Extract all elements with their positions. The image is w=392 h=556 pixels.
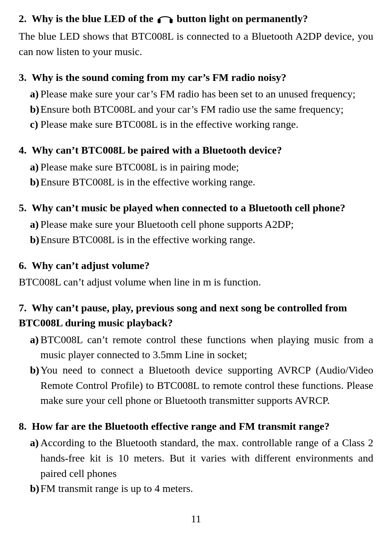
list-item: b)Ensure both BTC008L and your car’s FM …: [30, 102, 373, 117]
section-section5: 5. Why can’t music be played when connec…: [19, 200, 373, 248]
list-label: b): [30, 481, 40, 496]
list-label: b): [30, 175, 40, 190]
heading-text-section8: 8. How far are the Bluetooth effective r…: [19, 419, 329, 434]
list-label: b): [30, 102, 40, 117]
body-text-section6: BTC008L can’t adjust volume when line in…: [19, 275, 373, 290]
list-label: a): [30, 160, 40, 175]
section-heading-section5: 5. Why can’t music be played when connec…: [19, 200, 373, 216]
list-label: b): [30, 363, 40, 408]
list-item: c)Please make sure BTC008L is in the eff…: [30, 117, 373, 132]
list-label: a): [30, 332, 40, 363]
list-content: Ensure both BTC008L and your car’s FM ra…: [40, 102, 373, 117]
section-heading-section4: 4. Why can’t BTC008L be paired with a Bl…: [19, 143, 373, 158]
heading-text-section2: 2. Why is the blue LED of the button lig…: [19, 11, 308, 27]
list-item: b)FM transmit range is up to 4 meters.: [30, 481, 373, 496]
list-content: Ensure BTC008L is in the effective worki…: [40, 175, 373, 190]
body-text-section2: The blue LED shows that BTC008L is conne…: [19, 29, 373, 59]
page-number: 11: [19, 511, 373, 527]
section-section6: 6. Why can’t adjust volume?BTC008L can’t…: [19, 258, 373, 290]
section-heading-section3: 3. Why is the sound coming from my car’s…: [19, 70, 373, 85]
list-label: a): [30, 217, 40, 232]
list-content: Please make sure BTC008L is in pairing m…: [40, 160, 373, 175]
svg-rect-1: [170, 19, 173, 23]
heading-text-section4: 4. Why can’t BTC008L be paired with a Bl…: [19, 143, 282, 158]
section-section3: 3. Why is the sound coming from my car’s…: [19, 70, 373, 132]
list-label: a): [30, 435, 40, 481]
list-content: FM transmit range is up to 4 meters.: [40, 481, 373, 496]
list-label: c): [30, 117, 40, 132]
list-item: a)Please make sure your Bluetooth cell p…: [30, 217, 373, 232]
heading-text-section6: 6. Why can’t adjust volume?: [19, 258, 150, 274]
section-section2: 2. Why is the blue LED of the button lig…: [19, 11, 373, 60]
heading-text-section5: 5. Why can’t music be played when connec…: [19, 200, 345, 216]
section-heading-section8: 8. How far are the Bluetooth effective r…: [19, 419, 373, 434]
headphone-icon: [156, 12, 174, 28]
list-content: Please make sure your car’s FM radio has…: [40, 87, 373, 102]
list-item: a)BTC008L can’t remote control these fun…: [30, 332, 373, 363]
section-heading-section7: 7. Why can’t pause, play, previous song …: [19, 300, 373, 331]
section-section8: 8. How far are the Bluetooth effective r…: [19, 419, 373, 496]
list-label: b): [30, 232, 40, 248]
list-item: a)Please make sure BTC008L is in pairing…: [30, 160, 373, 175]
list-item: b)Ensure BTC008L is in the effective wor…: [30, 232, 373, 248]
list-label: a): [30, 87, 40, 102]
list-content: You need to connect a Bluetooth device s…: [40, 363, 373, 408]
heading-text-section7: 7. Why can’t pause, play, previous song …: [19, 300, 373, 331]
section-section4: 4. Why can’t BTC008L be paired with a Bl…: [19, 143, 373, 190]
list-content: Please make sure BTC008L is in the effec…: [40, 117, 373, 132]
list-content: Ensure BTC008L is in the effective worki…: [40, 232, 373, 248]
list-item: a)According to the Bluetooth standard, t…: [30, 435, 373, 481]
list-item: a)Please make sure your car’s FM radio h…: [30, 87, 373, 102]
section-heading-section2: 2. Why is the blue LED of the button lig…: [19, 11, 373, 27]
section-heading-section6: 6. Why can’t adjust volume?: [19, 258, 373, 274]
list-item: b)You need to connect a Bluetooth device…: [30, 363, 373, 408]
list-item: b)Ensure BTC008L is in the effective wor…: [30, 175, 373, 190]
svg-rect-0: [158, 19, 161, 23]
list-content: Please make sure your Bluetooth cell pho…: [40, 217, 373, 232]
heading-text-section3: 3. Why is the sound coming from my car’s…: [19, 70, 286, 85]
section-section7: 7. Why can’t pause, play, previous song …: [19, 300, 373, 408]
list-content: According to the Bluetooth standard, the…: [40, 435, 373, 481]
list-content: BTC008L can’t remote control these funct…: [40, 332, 373, 363]
